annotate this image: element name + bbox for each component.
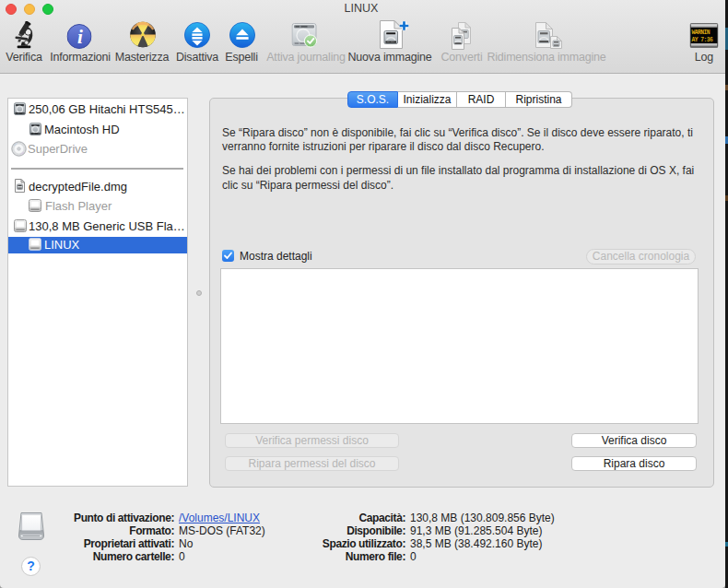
svg-text:WARNIN: WARNIN [692,29,710,36]
svg-text:i: i [77,26,83,48]
svg-text:AY 7:36: AY 7:36 [692,37,713,43]
